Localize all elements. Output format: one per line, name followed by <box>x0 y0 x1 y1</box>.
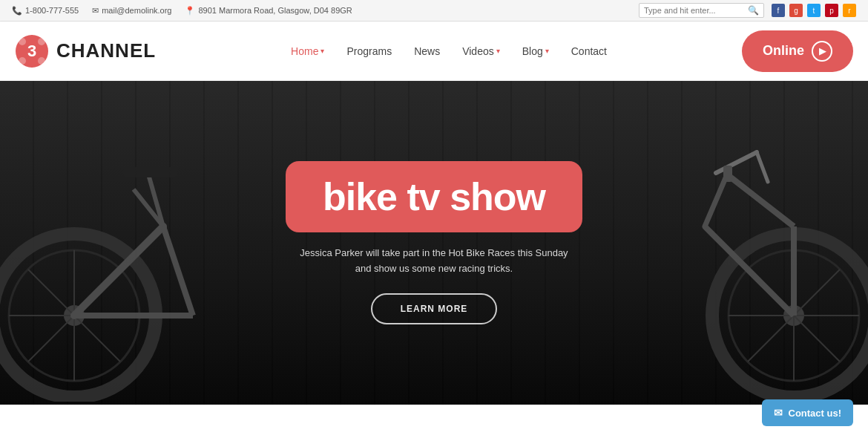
nav-blog[interactable]: Blog ▾ <box>522 45 549 57</box>
logo[interactable]: 3 CHANNEL <box>15 34 156 68</box>
videos-dropdown-arrow: ▾ <box>496 47 500 55</box>
email-address: mail@demolink.org <box>102 6 171 15</box>
address-contact: 📍 8901 Marmora Road, Glasgow, D04 89GR <box>185 6 352 16</box>
rss-icon[interactable]: r <box>843 4 856 17</box>
search-input[interactable] <box>644 6 748 15</box>
svg-rect-18 <box>122 167 178 177</box>
social-icons: f g t p r <box>772 4 856 17</box>
hero-description: Jessica Parker will take part in the Hot… <box>293 246 575 277</box>
nav-news[interactable]: News <box>414 45 440 57</box>
hero-title-box: bike tv show <box>286 161 582 232</box>
top-bar-left: 📞 1-800-777-555 ✉ mail@demolink.org 📍 89… <box>12 6 352 16</box>
nav-home[interactable]: Home ▾ <box>291 45 324 57</box>
hero-section: bike tv show Jessica Parker will take pa… <box>0 81 868 405</box>
bike-left <box>0 81 312 405</box>
hero-content: bike tv show Jessica Parker will take pa… <box>286 161 582 324</box>
svg-point-3 <box>38 38 45 45</box>
phone-contact: 📞 1-800-777-555 <box>12 6 79 16</box>
phone-icon: 📞 <box>12 6 22 16</box>
bike-right <box>556 81 868 405</box>
svg-line-28 <box>716 152 757 173</box>
phone-number: 1-800-777-555 <box>25 6 79 15</box>
email-contact: ✉ mail@demolink.org <box>92 6 171 16</box>
googleplus-icon[interactable]: g <box>789 4 803 17</box>
nav-programs[interactable]: Programs <box>346 45 392 57</box>
home-dropdown-arrow: ▾ <box>320 47 324 55</box>
svg-point-2 <box>19 38 26 45</box>
nav-contact[interactable]: Contact <box>571 45 607 57</box>
top-bar: 📞 1-800-777-555 ✉ mail@demolink.org 📍 89… <box>0 0 868 22</box>
play-icon: ▶ <box>812 41 832 62</box>
svg-line-29 <box>757 152 768 182</box>
hero-title: bike tv show <box>323 174 545 219</box>
address-text: 8901 Marmora Road, Glasgow, D04 89GR <box>198 6 352 15</box>
svg-point-5 <box>38 57 45 65</box>
logo-text: CHANNEL <box>56 39 156 62</box>
online-button[interactable]: Online ▶ <box>742 30 853 72</box>
learn-more-button[interactable]: LEARN MORE <box>371 293 498 324</box>
twitter-icon[interactable]: t <box>807 4 821 17</box>
logo-icon: 3 <box>15 34 49 68</box>
email-icon: ✉ <box>92 6 99 16</box>
contact-float-button[interactable]: ✉ Contact us! <box>762 399 854 405</box>
search-button[interactable]: 🔍 <box>748 5 759 16</box>
svg-line-27 <box>705 174 727 226</box>
svg-text:3: 3 <box>27 42 36 60</box>
pinterest-icon[interactable]: p <box>825 4 838 17</box>
top-bar-right: 🔍 f g t p r <box>639 3 856 18</box>
svg-rect-32 <box>723 166 732 182</box>
svg-point-4 <box>19 57 26 65</box>
map-icon: 📍 <box>185 6 195 16</box>
svg-line-30 <box>727 174 794 226</box>
blog-dropdown-arrow: ▾ <box>545 47 549 55</box>
header: 3 CHANNEL Home ▾ Programs News Videos ▾ … <box>0 22 868 81</box>
nav-videos[interactable]: Videos ▾ <box>462 45 500 57</box>
main-nav: Home ▾ Programs News Videos ▾ Blog ▾ Con… <box>291 45 607 57</box>
facebook-icon[interactable]: f <box>772 4 785 17</box>
search-box[interactable]: 🔍 <box>639 3 764 18</box>
svg-line-15 <box>163 226 193 316</box>
